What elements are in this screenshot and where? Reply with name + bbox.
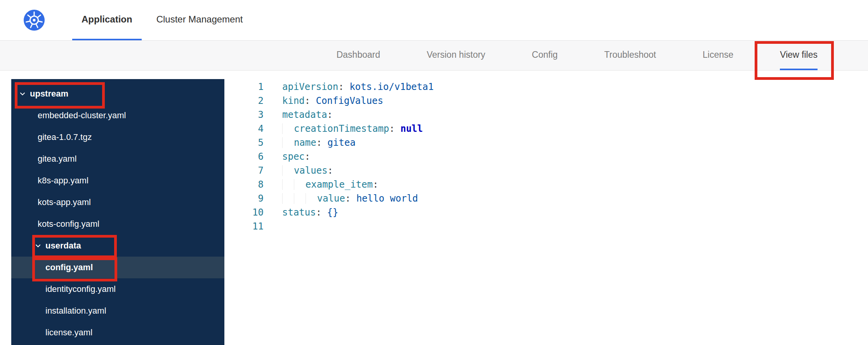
tree-folder-upstream[interactable]: upstream: [11, 83, 224, 105]
tree-item-label: gitea.yaml: [38, 154, 76, 164]
code-text: value: hello world: [282, 191, 418, 205]
subnav-tab-view-files[interactable]: View files: [780, 41, 818, 70]
line-number: 11: [224, 219, 264, 233]
tree-file-config-yaml[interactable]: config.yaml: [11, 257, 224, 278]
tree-item-label: k8s-app.yaml: [38, 176, 89, 186]
tree-file-installation-yaml[interactable]: installation.yaml: [11, 300, 224, 322]
line-number: 3: [224, 108, 264, 122]
tree-file-k8s-app-yaml[interactable]: k8s-app.yaml: [11, 170, 224, 191]
line-number: 1: [224, 80, 264, 94]
tree-item-label: userdata: [45, 241, 81, 251]
code-text: spec:: [282, 150, 310, 164]
tree-item-label: license.yaml: [45, 328, 92, 338]
line-number: 6: [224, 150, 264, 164]
tree-file-gitea-1-0-7-tgz[interactable]: gitea-1.0.7.tgz: [11, 126, 224, 148]
tree-item-label: gitea-1.0.7.tgz: [38, 132, 92, 142]
code-text: creationTimestamp: null: [282, 122, 423, 136]
code-line: 10status: {}: [224, 205, 868, 219]
subnav-tab-version-history[interactable]: Version history: [427, 41, 485, 70]
tree-folder-userdata[interactable]: userdata: [11, 235, 224, 257]
code-line: 5 name: gitea: [224, 136, 868, 150]
tree-file-identityconfig-yaml[interactable]: identityconfig.yaml: [11, 278, 224, 300]
tree-item-label: installation.yaml: [45, 306, 106, 316]
file-tree: upstreamembedded-cluster.yamlgitea-1.0.7…: [11, 79, 224, 345]
code-text: status: {}: [282, 205, 339, 219]
line-number: 8: [224, 178, 264, 191]
tree-file-gitea-yaml[interactable]: gitea.yaml: [11, 148, 224, 170]
subnav-tab-license[interactable]: License: [703, 41, 733, 70]
code-editor[interactable]: 1apiVersion: kots.io/v1beta12kind: Confi…: [224, 79, 868, 345]
code-text: kind: ConfigValues: [282, 94, 383, 108]
chevron-down-icon: [18, 90, 27, 98]
tree-file-kots-app-yaml[interactable]: kots-app.yaml: [11, 191, 224, 213]
content-area: upstreamembedded-cluster.yamlgitea-1.0.7…: [0, 79, 868, 345]
kubernetes-logo-icon: [23, 9, 45, 31]
header-tabs: ApplicationCluster Management: [72, 0, 252, 40]
header-tab-application[interactable]: Application: [72, 0, 142, 40]
tree-item-label: embedded-cluster.yaml: [38, 110, 126, 121]
code-text: apiVersion: kots.io/v1beta1: [282, 80, 434, 94]
code-line: 8 example_item:: [224, 178, 868, 191]
line-number: 9: [224, 191, 264, 205]
tree-file-license-yaml[interactable]: license.yaml: [11, 322, 224, 343]
tree-item-label: config.yaml: [45, 262, 93, 273]
tree-file-kots-config-yaml[interactable]: kots-config.yaml: [11, 213, 224, 235]
subnav-tab-dashboard[interactable]: Dashboard: [337, 41, 380, 70]
code-text: name: gitea: [282, 136, 356, 150]
line-number: 2: [224, 94, 264, 108]
line-number: 7: [224, 164, 264, 178]
code-line: 4 creationTimestamp: null: [224, 122, 868, 136]
header-tab-cluster-management[interactable]: Cluster Management: [147, 0, 252, 40]
tree-item-label: kots-config.yaml: [38, 219, 99, 229]
code-text: metadata:: [282, 108, 333, 122]
code-text: values:: [282, 164, 333, 178]
tree-item-label: kots-app.yaml: [38, 197, 91, 207]
app-header: ApplicationCluster Management: [0, 0, 868, 40]
tree-item-label: upstream: [30, 89, 68, 99]
code-line: 11: [224, 219, 868, 233]
code-line: 7 values:: [224, 164, 868, 178]
code-line: 2kind: ConfigValues: [224, 94, 868, 108]
subnav-tab-troubleshoot[interactable]: Troubleshoot: [604, 41, 656, 70]
editor-lines: 1apiVersion: kots.io/v1beta12kind: Confi…: [224, 80, 868, 233]
code-line: 3metadata:: [224, 108, 868, 122]
code-text: example_item:: [282, 178, 378, 191]
app-subnav: DashboardVersion historyConfigTroublesho…: [0, 40, 868, 71]
chevron-down-icon: [34, 242, 42, 250]
tree-file-embedded-cluster-yaml[interactable]: embedded-cluster.yaml: [11, 105, 224, 126]
line-number: 5: [224, 136, 264, 150]
tree-item-label: identityconfig.yaml: [45, 284, 116, 294]
kubernetes-logo[interactable]: [23, 0, 45, 40]
code-line: 9 value: hello world: [224, 191, 868, 205]
line-number: 4: [224, 122, 264, 136]
subnav-tab-config[interactable]: Config: [532, 41, 557, 70]
line-number: 10: [224, 205, 264, 219]
subnav-tabs: DashboardVersion historyConfigTroublesho…: [337, 41, 818, 70]
code-line: 1apiVersion: kots.io/v1beta1: [224, 80, 868, 94]
code-line: 6spec:: [224, 150, 868, 164]
